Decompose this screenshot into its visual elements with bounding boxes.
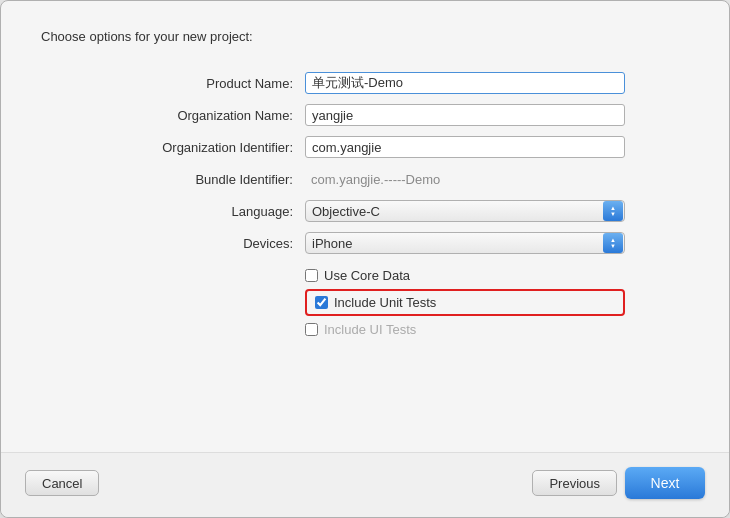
use-core-data-row: Use Core Data bbox=[305, 268, 625, 283]
devices-select[interactable]: iPhone iPad Universal bbox=[305, 232, 625, 254]
org-name-input[interactable] bbox=[305, 104, 625, 126]
devices-select-wrap: iPhone iPad Universal bbox=[305, 232, 625, 254]
cancel-button[interactable]: Cancel bbox=[25, 470, 99, 496]
form-area: Product Name: Organization Name: Organiz… bbox=[41, 72, 689, 337]
language-select-wrap: Objective-C Swift bbox=[305, 200, 625, 222]
bundle-id-row: Bundle Identifier: com.yangjie.-----Demo bbox=[105, 168, 625, 190]
next-button[interactable]: Next bbox=[625, 467, 705, 499]
include-ui-tests-row: Include UI Tests bbox=[305, 322, 625, 337]
checkboxes-area: Use Core Data Include Unit Tests Include… bbox=[305, 268, 625, 337]
new-project-dialog: Choose options for your new project: Pro… bbox=[0, 0, 730, 518]
use-core-data-checkbox[interactable] bbox=[305, 269, 318, 282]
bundle-id-value: com.yangjie.-----Demo bbox=[305, 168, 625, 190]
product-name-label: Product Name: bbox=[105, 76, 305, 91]
dialog-content: Choose options for your new project: Pro… bbox=[1, 1, 729, 452]
language-select[interactable]: Objective-C Swift bbox=[305, 200, 625, 222]
org-name-row: Organization Name: bbox=[105, 104, 625, 126]
org-name-label: Organization Name: bbox=[105, 108, 305, 123]
language-label: Language: bbox=[105, 204, 305, 219]
bundle-id-label: Bundle Identifier: bbox=[105, 172, 305, 187]
include-unit-tests-label: Include Unit Tests bbox=[334, 295, 436, 310]
product-name-row: Product Name: bbox=[105, 72, 625, 94]
devices-row: Devices: iPhone iPad Universal bbox=[105, 232, 625, 254]
footer-right: Previous Next bbox=[532, 467, 705, 499]
devices-label: Devices: bbox=[105, 236, 305, 251]
previous-button[interactable]: Previous bbox=[532, 470, 617, 496]
include-unit-tests-checkbox[interactable] bbox=[315, 296, 328, 309]
org-id-label: Organization Identifier: bbox=[105, 140, 305, 155]
include-unit-tests-row: Include Unit Tests bbox=[305, 289, 625, 316]
dialog-footer: Cancel Previous Next bbox=[1, 452, 729, 517]
org-id-row: Organization Identifier: bbox=[105, 136, 625, 158]
language-row: Language: Objective-C Swift bbox=[105, 200, 625, 222]
org-id-input[interactable] bbox=[305, 136, 625, 158]
include-ui-tests-checkbox[interactable] bbox=[305, 323, 318, 336]
use-core-data-label: Use Core Data bbox=[324, 268, 410, 283]
dialog-title: Choose options for your new project: bbox=[41, 29, 689, 44]
product-name-input[interactable] bbox=[305, 72, 625, 94]
include-ui-tests-label: Include UI Tests bbox=[324, 322, 416, 337]
